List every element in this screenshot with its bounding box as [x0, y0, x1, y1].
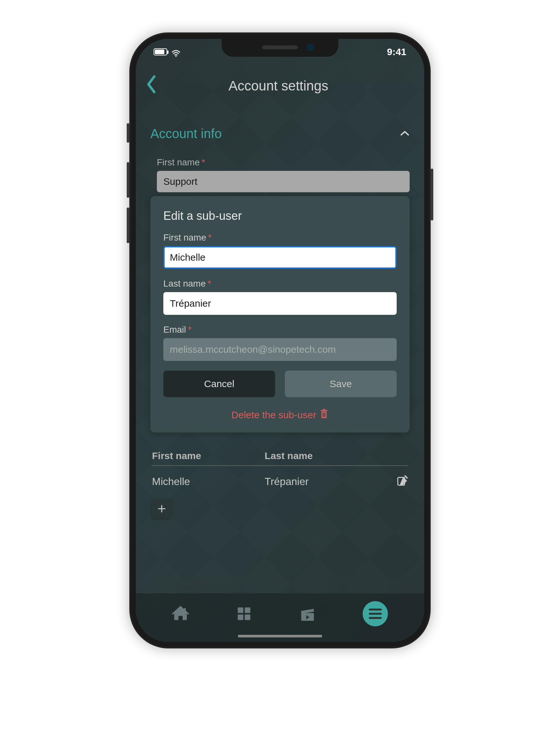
- tab-grid[interactable]: [236, 605, 252, 622]
- delete-label: Delete the sub-user: [231, 410, 316, 420]
- phone-side-button: [127, 162, 129, 198]
- account-first-name-group: First name* Support: [157, 157, 410, 192]
- modal-title: Edit a sub-user: [163, 209, 397, 223]
- required-asterisk: *: [188, 325, 191, 335]
- edit-subuser-modal: Edit a sub-user First name* Michelle Las…: [150, 196, 410, 433]
- modal-first-name-group: First name* Michelle: [163, 232, 397, 269]
- table-header: First name Last name: [152, 450, 408, 466]
- phone-side-button: [127, 123, 129, 143]
- table-header-last-name: Last name: [265, 450, 408, 461]
- required-asterisk: *: [208, 279, 211, 288]
- modal-last-name-group: Last name* Trépanier: [163, 279, 397, 315]
- modal-button-row: Cancel Save: [163, 370, 397, 397]
- modal-email-label: Email: [163, 325, 186, 335]
- tab-menu[interactable]: [363, 601, 388, 626]
- add-subuser-button[interactable]: [152, 499, 171, 518]
- svg-point-0: [175, 56, 177, 57]
- svg-rect-14: [245, 614, 250, 620]
- section-title: Account info: [150, 126, 222, 141]
- chevron-up-icon: [400, 130, 410, 137]
- field-label: First name*: [157, 157, 410, 168]
- phone-notch: [222, 39, 338, 57]
- field-label: Email*: [163, 325, 397, 335]
- phone-frame: 9:41 Account settings Account info: [129, 32, 431, 648]
- content-area: Account info First name* Support Edit a …: [136, 107, 424, 518]
- modal-first-name-label: First name: [163, 232, 206, 242]
- field-label: First name*: [163, 232, 397, 243]
- phone-bezel: 9:41 Account settings Account info: [136, 39, 424, 642]
- app-screen: 9:41 Account settings Account info: [136, 39, 424, 642]
- phone-side-button: [431, 169, 433, 221]
- svg-rect-2: [321, 410, 328, 411]
- first-name-label: First name: [157, 157, 199, 167]
- svg-rect-11: [238, 607, 243, 613]
- table-cell-first-name: Michelle: [152, 475, 265, 488]
- subuser-table: First name Last name Michelle Trépanier: [150, 450, 410, 518]
- svg-rect-4: [322, 413, 323, 417]
- cancel-button[interactable]: Cancel: [163, 370, 275, 397]
- nav-header: Account settings: [136, 65, 424, 107]
- tab-scenes[interactable]: [299, 605, 316, 622]
- page-title: Account settings: [145, 78, 411, 94]
- modal-first-name-input[interactable]: Michelle: [163, 246, 397, 269]
- svg-rect-5: [324, 413, 324, 417]
- wifi-icon: [171, 48, 181, 55]
- svg-rect-3: [323, 409, 325, 410]
- svg-rect-12: [245, 607, 250, 613]
- modal-email-group: Email* melissa.mccutcheon@sinopetech.com: [163, 325, 397, 361]
- modal-email-input: melissa.mccutcheon@sinopetech.com: [163, 338, 397, 361]
- delete-subuser-button[interactable]: Delete the sub-user: [163, 409, 397, 421]
- save-button[interactable]: Save: [285, 370, 397, 397]
- phone-side-button: [127, 207, 129, 243]
- table-row: Michelle Trépanier: [152, 466, 408, 497]
- required-asterisk: *: [202, 157, 205, 167]
- status-bar-left: [154, 48, 181, 55]
- table-cell-last-name: Trépanier: [265, 475, 396, 488]
- svg-rect-10: [184, 608, 186, 612]
- modal-last-name-label: Last name: [163, 279, 206, 288]
- table-header-first-name: First name: [152, 450, 265, 461]
- svg-rect-6: [325, 413, 325, 417]
- battery-icon: [154, 48, 167, 55]
- modal-last-name-input[interactable]: Trépanier: [163, 292, 397, 315]
- home-indicator[interactable]: [238, 635, 322, 637]
- section-header[interactable]: Account info: [150, 113, 410, 151]
- tab-home[interactable]: [172, 605, 189, 622]
- edit-row-button[interactable]: [396, 475, 408, 488]
- required-asterisk: *: [208, 232, 212, 242]
- field-label: Last name*: [163, 279, 397, 289]
- trash-icon: [320, 409, 329, 421]
- account-first-name-input[interactable]: Support: [157, 171, 410, 192]
- status-bar-time: 9:41: [387, 46, 406, 57]
- hamburger-icon: [369, 613, 382, 615]
- svg-rect-13: [238, 614, 243, 620]
